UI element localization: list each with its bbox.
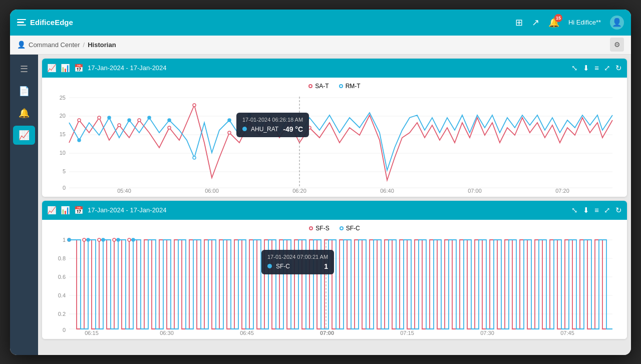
expand-icon-2[interactable]: ⤢ xyxy=(604,206,610,215)
legend-dot-sfs xyxy=(309,226,313,230)
dot2-sfs-3 xyxy=(98,238,101,241)
x2-label-0730: 07:30 xyxy=(480,330,494,335)
download-icon-2[interactable]: ⬇ xyxy=(583,206,589,215)
y-label-0: 0 xyxy=(63,185,66,191)
dot-sat-8 xyxy=(248,121,251,124)
dot-rmt-4 xyxy=(148,116,151,119)
x2-label-0715: 07:15 xyxy=(400,330,414,335)
bar-chart-icon-1[interactable]: 📊 xyxy=(61,64,70,73)
legend-label-sat: SA-T xyxy=(315,83,329,90)
breadcrumb-user-icon: 👤 xyxy=(17,41,26,49)
table-icon-2[interactable]: ≡ xyxy=(594,206,599,214)
sidebar-item-menu[interactable]: ☰ xyxy=(13,60,35,79)
trend-icon[interactable]: ↗ xyxy=(532,17,539,28)
line-sfc xyxy=(69,240,612,329)
calendar-icon-2[interactable]: 📅 xyxy=(74,206,84,215)
grid-icon[interactable]: ⊞ xyxy=(515,17,523,28)
chart-header-2: 📈 📊 📅 17-Jan-2024 - 17-Jan-2024 ⤡ ⬇ ≡ ⤢ … xyxy=(42,201,627,220)
legend-dot-sfc xyxy=(340,226,344,230)
x2-label-0615: 06:15 xyxy=(85,330,99,335)
dot-sat-4 xyxy=(138,119,141,122)
line-chart-icon-1[interactable]: 📈 xyxy=(47,64,57,73)
subheader: 👤 Command Center / Historian ⚙ xyxy=(10,36,631,55)
logo-area: EdificeEdge xyxy=(17,18,510,27)
chart-svg-2: 1 0.8 0.6 0.4 0.2 0 xyxy=(46,235,623,335)
chart-actions-1: ⤡ ⬇ ≡ ⤢ ↻ xyxy=(571,64,622,73)
x-label-0620: 06:20 xyxy=(292,188,306,193)
topnav: EdificeEdge ⊞ ↗ 🔔 15 Hi Edifice** 👤 xyxy=(10,10,631,36)
legend-item-rmt: RM-T xyxy=(339,83,361,90)
legend-dot-sat xyxy=(308,84,312,88)
chart-type-icons-2: 📈 📊 📅 xyxy=(47,206,84,215)
content-area: 📈 📊 📅 17-Jan-2024 - 17-Jan-2024 ⤡ ⬇ ≡ ⤢ … xyxy=(38,55,631,355)
dot-rmt-3 xyxy=(128,119,131,122)
legend-label-sfs: SF-S xyxy=(315,225,329,232)
dot2-sfs-2 xyxy=(83,238,86,241)
y-label-10: 10 xyxy=(60,150,66,156)
dot-sat-7 xyxy=(228,131,231,134)
dot-rmt-8 xyxy=(248,114,251,117)
refresh-icon-1[interactable]: ↻ xyxy=(615,64,622,73)
legend-label-sfc: SF-C xyxy=(346,225,360,232)
bar-chart-icon-2[interactable]: 📊 xyxy=(61,206,70,215)
dot2-sfc-2 xyxy=(87,238,90,241)
chart-legend-1: SA-T RM-T xyxy=(46,83,623,90)
legend-dot-rmt xyxy=(339,84,343,88)
dot2-sfc-1 xyxy=(68,238,71,241)
x-label-0700: 07:00 xyxy=(468,188,482,193)
breadcrumb-home[interactable]: Command Center xyxy=(29,41,80,49)
legend-item-sfs: SF-S xyxy=(309,225,329,232)
breadcrumb-separator: / xyxy=(83,41,85,49)
download-icon-1[interactable]: ⬇ xyxy=(583,64,589,73)
chart-header-1: 📈 📊 📅 17-Jan-2024 - 17-Jan-2024 ⤡ ⬇ ≡ ⤢ … xyxy=(42,59,627,78)
dot2-sfc-5 xyxy=(132,238,135,241)
x-label-0720: 07:20 xyxy=(555,188,569,193)
dot-sat-6 xyxy=(193,104,196,107)
crosshair-icon-2[interactable]: ⤡ xyxy=(571,206,578,215)
crosshair-icon-1[interactable]: ⤡ xyxy=(571,64,578,73)
dot-sat-1 xyxy=(78,119,81,122)
expand-icon-1[interactable]: ⤢ xyxy=(604,64,610,73)
dot-rmt-2 xyxy=(108,116,111,119)
dot-sat-2 xyxy=(98,116,101,119)
logo-icon xyxy=(17,19,26,26)
main-area: ☰ 📄 🔔 📈 📈 📊 📅 17-Jan-2024 - 17-Jan-2024 … xyxy=(10,55,631,355)
dot-sat-3 xyxy=(118,124,121,127)
notification-icon[interactable]: 🔔 15 xyxy=(548,17,559,28)
sidebar-item-docs[interactable]: 📄 xyxy=(13,82,35,101)
x2-label-0700: 07:00 xyxy=(320,330,334,335)
legend-item-sat: SA-T xyxy=(308,83,329,90)
line-chart-icon-2[interactable]: 📈 xyxy=(47,206,57,215)
chart-date-2: 17-Jan-2024 - 17-Jan-2024 xyxy=(88,206,567,214)
x2-label-0745: 07:45 xyxy=(560,330,574,335)
dot-sat-11 xyxy=(308,126,311,129)
notification-badge: 15 xyxy=(554,14,562,22)
chart-type-icons-1: 📈 📊 📅 xyxy=(47,64,84,73)
refresh-icon-2[interactable]: ↻ xyxy=(615,206,622,215)
dot2-sfs-5 xyxy=(128,238,131,241)
settings-button[interactable]: ⚙ xyxy=(610,38,624,52)
y2-label-0: 0 xyxy=(63,327,66,333)
dot-sat-5 xyxy=(168,126,171,129)
chart-svg-wrap-1: 25 20 15 10 5 0 xyxy=(46,93,623,193)
dot-rmt-1 xyxy=(78,139,81,142)
dot-rmt-7 xyxy=(228,119,231,122)
sidebar: ☰ 📄 🔔 📈 xyxy=(10,55,38,355)
chart-actions-2: ⤡ ⬇ ≡ ⤢ ↻ xyxy=(571,206,622,215)
x-label-0600: 06:00 xyxy=(205,188,219,193)
chart-body-2: SF-S SF-C 1 0.8 0.6 xyxy=(42,220,627,339)
x2-label-0645: 06:45 xyxy=(240,330,254,335)
dot-rmt-5 xyxy=(168,119,171,122)
x2-label-0630: 06:30 xyxy=(160,330,174,335)
legend-label-rmt: RM-T xyxy=(346,83,361,90)
app-name: EdificeEdge xyxy=(30,18,73,27)
legend-item-sfc: SF-C xyxy=(340,225,360,232)
calendar-icon-1[interactable]: 📅 xyxy=(74,64,84,73)
sidebar-item-bell[interactable]: 🔔 xyxy=(13,104,35,123)
chart-date-1: 17-Jan-2024 - 17-Jan-2024 xyxy=(88,64,567,72)
sidebar-item-chart[interactable]: 📈 xyxy=(13,126,35,145)
chart-svg-1: 25 20 15 10 5 0 xyxy=(46,93,623,193)
table-icon-1[interactable]: ≡ xyxy=(594,64,599,72)
chart-svg-wrap-2: 1 0.8 0.6 0.4 0.2 0 xyxy=(46,235,623,335)
user-avatar[interactable]: 👤 xyxy=(610,16,624,30)
